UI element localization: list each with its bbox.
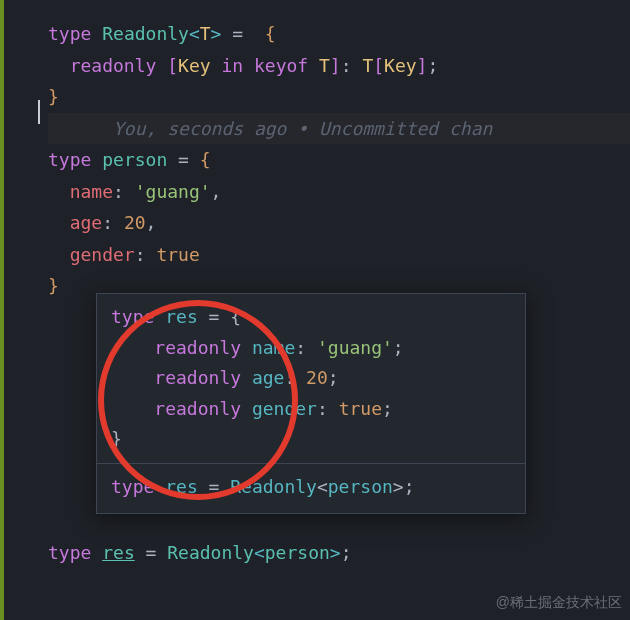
type-ref: Readonly xyxy=(167,542,254,563)
git-blame-annotation: You, seconds ago • Uncommitted chan xyxy=(113,118,492,139)
equals: = xyxy=(198,476,231,497)
colon: : xyxy=(295,337,306,358)
prop: name xyxy=(252,337,295,358)
prop-age: age xyxy=(70,212,103,233)
bracket-open: [ xyxy=(167,55,178,76)
bracket-open: [ xyxy=(373,55,384,76)
boolean-literal: true xyxy=(156,244,199,265)
colon: : xyxy=(341,55,352,76)
angle-close: > xyxy=(393,476,404,497)
key-var: Key xyxy=(384,55,417,76)
key-var: Key xyxy=(178,55,211,76)
type-arg: person xyxy=(265,542,330,563)
keyword-type: type xyxy=(111,476,154,497)
code-line[interactable]: age: 20, xyxy=(48,207,630,239)
number-literal: 20 xyxy=(124,212,146,233)
hover-line: readonly age: 20; xyxy=(111,363,511,394)
angle-open: < xyxy=(189,23,200,44)
blame-line[interactable]: You, seconds ago • Uncommitted chan xyxy=(48,113,630,145)
comma: , xyxy=(146,212,157,233)
bracket-close: ] xyxy=(330,55,341,76)
keyword-type: type xyxy=(111,306,154,327)
colon: : xyxy=(317,398,328,419)
hover-definition[interactable]: type res = Readonly<person>; xyxy=(111,472,511,503)
semicolon: ; xyxy=(328,367,339,388)
semicolon: ; xyxy=(393,337,404,358)
hover-line: type res = { xyxy=(111,302,511,333)
hover-line: readonly gender: true; xyxy=(111,394,511,425)
prop-gender: gender xyxy=(70,244,135,265)
equals: = xyxy=(198,306,231,327)
type-name-hovered[interactable]: res xyxy=(102,542,135,563)
keyword-readonly: readonly xyxy=(154,398,241,419)
watermark-text: @稀土掘金技术社区 xyxy=(496,590,622,615)
keyword-readonly: readonly xyxy=(154,337,241,358)
hover-line: readonly name: 'guang'; xyxy=(111,333,511,364)
colon: : xyxy=(113,181,124,202)
type-name: res xyxy=(165,476,198,497)
string-literal: 'guang' xyxy=(317,337,393,358)
type-ref: Readonly xyxy=(230,476,317,497)
colon: : xyxy=(284,367,295,388)
brace-open: { xyxy=(265,23,276,44)
prop-name: name xyxy=(70,181,113,202)
comma: , xyxy=(211,181,222,202)
hover-line: } xyxy=(111,424,511,455)
code-line[interactable]: type res = Readonly<person>; xyxy=(48,537,630,569)
boolean-literal: true xyxy=(339,398,382,419)
colon: : xyxy=(102,212,113,233)
brace-close: } xyxy=(48,275,59,296)
code-line[interactable]: readonly [Key in keyof T]: T[Key]; xyxy=(48,50,630,82)
semicolon: ; xyxy=(341,542,352,563)
brace-close: } xyxy=(111,428,122,449)
code-line[interactable]: type Readonly<T> = { xyxy=(48,18,630,50)
string-literal: 'guang' xyxy=(135,181,211,202)
brace-open: { xyxy=(230,306,241,327)
code-line[interactable]: name: 'guang', xyxy=(48,176,630,208)
keyword-readonly: readonly xyxy=(70,55,157,76)
keyword-in: in xyxy=(221,55,243,76)
semicolon: ; xyxy=(427,55,438,76)
angle-open: < xyxy=(254,542,265,563)
semicolon: ; xyxy=(382,398,393,419)
brace-open: { xyxy=(200,149,211,170)
brace-close: } xyxy=(48,86,59,107)
colon: : xyxy=(135,244,146,265)
code-line[interactable]: } xyxy=(48,81,630,113)
prop: gender xyxy=(252,398,317,419)
number-literal: 20 xyxy=(306,367,328,388)
type-name: Readonly xyxy=(102,23,189,44)
equals: = xyxy=(221,23,264,44)
hover-divider xyxy=(97,463,525,464)
code-line[interactable]: gender: true xyxy=(48,239,630,271)
hover-tooltip[interactable]: type res = { readonly name: 'guang'; rea… xyxy=(96,293,526,514)
angle-close: > xyxy=(211,23,222,44)
type-name: person xyxy=(102,149,167,170)
type-ref: T xyxy=(319,55,330,76)
keyword-readonly: readonly xyxy=(154,367,241,388)
keyword-type: type xyxy=(48,149,91,170)
equals: = xyxy=(167,149,200,170)
semicolon: ; xyxy=(404,476,415,497)
prop: age xyxy=(252,367,285,388)
keyword-type: type xyxy=(48,542,91,563)
angle-open: < xyxy=(317,476,328,497)
keyword-type: type xyxy=(48,23,91,44)
type-name: res xyxy=(165,306,198,327)
keyword-keyof: keyof xyxy=(254,55,308,76)
type-arg: person xyxy=(328,476,393,497)
angle-close: > xyxy=(330,542,341,563)
equals: = xyxy=(135,542,168,563)
type-param: T xyxy=(200,23,211,44)
type-ref: T xyxy=(362,55,373,76)
text-cursor xyxy=(38,100,40,124)
bracket-close: ] xyxy=(417,55,428,76)
code-line[interactable]: type person = { xyxy=(48,144,630,176)
